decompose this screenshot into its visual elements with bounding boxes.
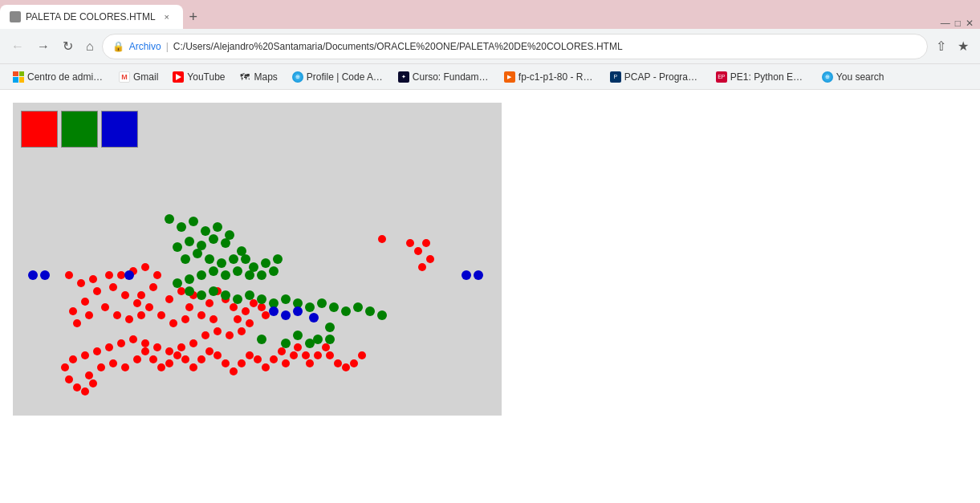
bookmark-profile-code[interactable]: ⊕ Profile | Code Aven... <box>286 70 390 84</box>
svg-point-74 <box>197 355 205 363</box>
tab-bar: PALETA DE COLORES.HTML × + — □ ✕ <box>0 0 980 29</box>
bookmark-fp-label: fp-c1-p1-80 - Replit <box>518 71 596 83</box>
svg-point-15 <box>109 283 117 291</box>
svg-point-93 <box>334 359 342 367</box>
bookmark-pcap[interactable]: P PCAP - Programmi... <box>604 70 708 84</box>
tab-close-button[interactable]: × <box>161 10 173 23</box>
svg-point-84 <box>278 347 286 355</box>
minimize-icon[interactable]: — <box>941 18 950 29</box>
dots-svg <box>13 103 502 416</box>
svg-point-88 <box>302 351 310 359</box>
address-actions: ⇧ ★ <box>931 35 974 57</box>
svg-point-160 <box>462 270 471 280</box>
svg-point-90 <box>314 351 322 359</box>
svg-point-70 <box>165 359 173 367</box>
address-path[interactable]: C:/Users/Alejandro%20Santamaria/Document… <box>173 41 917 52</box>
svg-point-78 <box>230 367 238 375</box>
svg-point-112 <box>185 237 194 246</box>
bookmark-centro[interactable]: Centro de administr... <box>6 70 111 84</box>
gmail-favicon: M <box>119 71 130 83</box>
color-canvas[interactable] <box>13 103 502 416</box>
svg-point-19 <box>153 271 161 279</box>
svg-point-100 <box>406 239 414 247</box>
maximize-icon[interactable]: □ <box>955 18 961 29</box>
bookmark-gmail[interactable]: M Gmail <box>112 70 165 84</box>
svg-point-81 <box>254 355 262 363</box>
svg-point-122 <box>261 258 270 268</box>
svg-point-56 <box>69 355 77 363</box>
share-button[interactable]: ⇧ <box>931 35 951 57</box>
svg-point-41 <box>246 319 254 327</box>
bookmark-fp[interactable]: ▶ fp-c1-p1-80 - Replit <box>498 70 602 84</box>
svg-point-155 <box>305 339 315 348</box>
you-search-favicon: ⊕ <box>822 71 833 83</box>
ep-favicon: EP <box>716 71 727 83</box>
svg-point-143 <box>305 302 315 312</box>
close-window-icon[interactable]: ✕ <box>966 18 974 29</box>
svg-point-95 <box>350 359 358 367</box>
svg-point-101 <box>418 263 426 271</box>
svg-point-152 <box>325 322 335 332</box>
home-button[interactable]: ⌂ <box>81 36 99 57</box>
svg-point-21 <box>137 291 145 299</box>
svg-point-165 <box>309 313 319 322</box>
svg-point-126 <box>245 270 254 280</box>
active-tab[interactable]: PALETA DE COLORES.HTML × <box>0 5 183 29</box>
svg-point-66 <box>133 355 141 363</box>
svg-point-54 <box>93 347 101 355</box>
svg-point-61 <box>89 379 97 387</box>
svg-point-86 <box>290 351 298 359</box>
svg-point-117 <box>217 258 226 268</box>
svg-point-138 <box>245 290 254 300</box>
svg-point-129 <box>209 266 218 276</box>
svg-point-57 <box>61 363 69 371</box>
address-input-wrap[interactable]: 🔒 Archivo | C:/Users/Alejandro%20Santama… <box>102 34 928 59</box>
svg-point-85 <box>282 359 290 367</box>
svg-point-127 <box>233 266 242 276</box>
bookmark-maps[interactable]: 🗺 Maps <box>234 70 284 84</box>
svg-point-38 <box>250 299 258 307</box>
svg-point-20 <box>149 283 157 291</box>
svg-point-161 <box>474 270 483 280</box>
svg-point-162 <box>269 306 279 316</box>
svg-point-2 <box>89 275 97 283</box>
svg-point-3 <box>105 271 113 279</box>
svg-point-146 <box>341 306 351 316</box>
svg-point-29 <box>185 303 193 311</box>
svg-point-24 <box>169 319 177 327</box>
bookmark-you-search[interactable]: ⊕ You search <box>815 70 891 84</box>
bookmark-youtube[interactable]: YouTube <box>166 70 231 84</box>
bookmark-curso[interactable]: ✦ Curso: Fundamento... <box>392 70 496 84</box>
svg-point-62 <box>85 371 93 379</box>
bookmark-star-button[interactable]: ★ <box>953 35 974 57</box>
svg-point-92 <box>326 351 334 359</box>
tab-title: PALETA DE COLORES.HTML <box>26 11 156 22</box>
svg-point-75 <box>205 347 213 355</box>
svg-point-45 <box>201 331 209 339</box>
bookmark-you-search-label: You search <box>836 71 884 83</box>
svg-point-44 <box>213 327 222 335</box>
svg-point-31 <box>209 315 218 323</box>
forward-button[interactable]: → <box>32 36 55 57</box>
curso-favicon: ✦ <box>398 71 409 83</box>
svg-point-25 <box>181 315 189 323</box>
svg-point-39 <box>258 303 266 311</box>
svg-point-52 <box>117 339 125 347</box>
svg-point-58 <box>65 375 73 383</box>
svg-point-118 <box>229 254 238 264</box>
bookmark-pe1[interactable]: EP PE1: Python Essenti... <box>710 70 814 84</box>
svg-point-43 <box>226 331 234 339</box>
back-button[interactable]: ← <box>6 36 29 57</box>
svg-point-125 <box>257 270 266 280</box>
refresh-button[interactable]: ↻ <box>58 35 78 57</box>
svg-point-23 <box>157 311 165 319</box>
svg-point-148 <box>365 306 375 316</box>
svg-point-13 <box>133 299 141 307</box>
new-tab-button[interactable]: + <box>183 5 205 29</box>
svg-point-133 <box>185 286 194 296</box>
svg-point-131 <box>185 274 194 284</box>
svg-point-113 <box>173 242 182 252</box>
svg-point-46 <box>189 339 197 347</box>
svg-point-99 <box>414 247 422 255</box>
svg-point-141 <box>281 294 291 304</box>
